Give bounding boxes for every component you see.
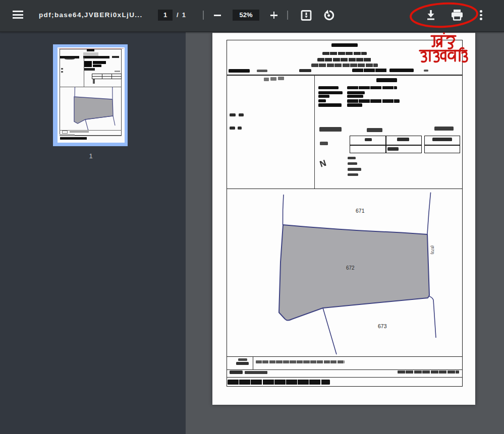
svg-text:(673): (673) xyxy=(430,245,435,255)
svg-text:671: 671 xyxy=(356,208,365,214)
svg-text:673: 673 xyxy=(378,323,387,329)
svg-text:672: 672 xyxy=(346,265,355,271)
